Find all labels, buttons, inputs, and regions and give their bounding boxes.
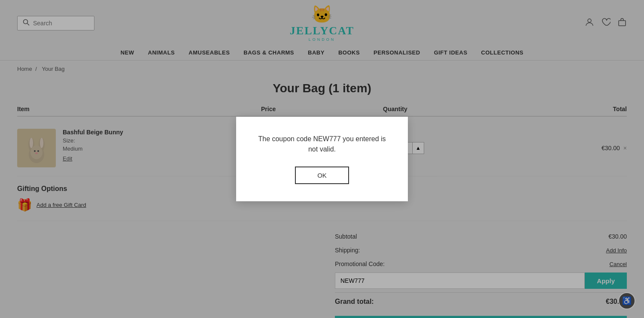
modal-dialog: The coupon code NEW777 you entered is no… xyxy=(236,117,408,201)
modal-overlay: The coupon code NEW777 you entered is no… xyxy=(0,0,644,318)
modal-ok-button[interactable]: OK xyxy=(295,167,349,184)
modal-message: The coupon code NEW777 you entered is no… xyxy=(258,134,386,154)
